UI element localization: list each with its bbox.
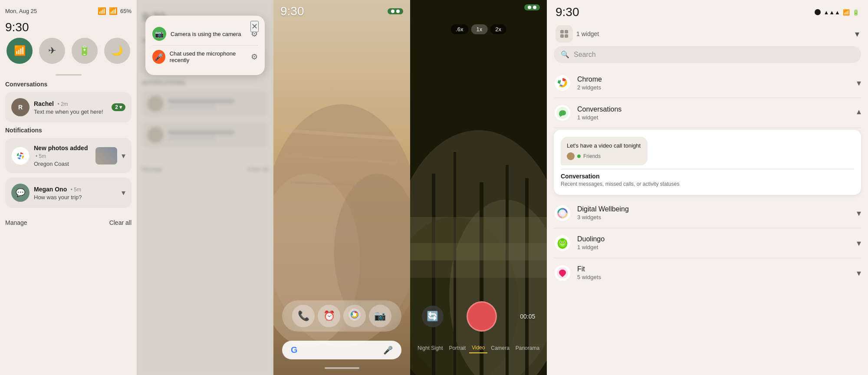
status-icons: 📶 📶 65% [98, 7, 132, 15]
conversations-name: Conversations [577, 105, 857, 113]
night-sight-mode[interactable]: Night Sight [415, 343, 446, 353]
panorama-mode[interactable]: Panorama [513, 343, 542, 353]
duolingo-widget-info: Duolingo 1 widget [577, 235, 857, 250]
phone-dock-icon[interactable]: 📞 [292, 305, 315, 327]
shutter-button[interactable] [467, 301, 497, 332]
expand-widget-icon[interactable]: ▾ [855, 29, 859, 39]
notification-actions: Manage Clear all [5, 219, 132, 226]
home-gesture-indicator [325, 367, 359, 369]
widget-picker-panel: 9:30 ▲▲▲ 📶 🔋 1 widget ▾ [547, 0, 868, 375]
online-dot [577, 155, 581, 158]
home-status-bar: 9:30 [280, 4, 403, 18]
portrait-mode[interactable]: Portrait [446, 343, 468, 353]
search-placeholder: Search [574, 51, 854, 59]
home-search-bar[interactable]: G 🎤 [282, 341, 401, 359]
widget-picker-header: 9:30 ▲▲▲ 📶 🔋 [547, 0, 868, 23]
duolingo-widget-item[interactable]: Duolingo 1 widget ▾ [554, 228, 861, 258]
battery-saver-icon: 🔋 [79, 45, 90, 56]
camera-status-bar [417, 4, 540, 10]
conversations-widget-item[interactable]: Conversations 1 widget ▾ [554, 98, 861, 128]
expand-megan-button[interactable]: ▾ [122, 188, 125, 197]
video-mode[interactable]: Video [469, 343, 487, 353]
svg-point-41 [564, 242, 565, 243]
wellbeing-expand-chevron[interactable]: ▾ [857, 208, 861, 218]
wellbeing-widget-item[interactable]: Digital Wellbeing 3 widgets ▾ [554, 198, 861, 228]
conversation-bubble: Let's have a video call tonight Friends [561, 137, 648, 165]
photos-subtitle: Oregon Coast [34, 161, 91, 167]
airplane-tile[interactable]: ✈ [39, 38, 65, 64]
camera-mode[interactable]: Camera [488, 343, 512, 353]
google-g-logo: G [291, 345, 298, 355]
conversations-count: 1 widget [577, 114, 857, 121]
rachel-avatar-initial: R [18, 104, 23, 111]
google-photos-avatar [11, 147, 30, 165]
notifications-section-title: Notifications [5, 127, 132, 134]
widget-search-bar[interactable]: 🔍 Search [554, 46, 861, 63]
friend-name: Friends [583, 153, 601, 159]
conversations-expand-chevron[interactable]: ▾ [857, 108, 861, 118]
clear-all-button[interactable]: Clear all [109, 219, 132, 226]
duolingo-count: 1 widget [577, 244, 857, 250]
cam-status-spacer [417, 4, 434, 10]
widget-search-container: 1 widget ▾ 🔍 Search [547, 23, 868, 68]
close-permission-button[interactable]: ✕ [250, 21, 259, 32]
rachel-message: Text me when you get here! [34, 109, 107, 115]
rachel-conversation-card[interactable]: R Rachel • 2m Text me when you get here!… [5, 92, 132, 122]
chrome-dock-icon[interactable] [343, 305, 366, 327]
signal-bars: ▲▲▲ [823, 9, 840, 16]
fit-app-icon [554, 264, 571, 282]
chat-permission-item[interactable]: 🎤 Chat used the microphone recently ⚙ [152, 45, 258, 68]
zoom-1x[interactable]: 1x [471, 24, 487, 34]
zoom-0.6x[interactable]: .6x [450, 24, 468, 34]
svg-rect-23 [565, 30, 568, 33]
camera-panel: .6x 1x 2x 🔄 00:05 Night Sight Portrait V… [410, 0, 547, 375]
zoom-2x[interactable]: 2x [490, 24, 506, 34]
megan-name: Megan Ono [34, 186, 67, 193]
notification-panel: Mon, Aug 25 📶 📶 65% 9:30 📶 ✈ 🔋 🌙 Convers… [0, 0, 137, 375]
flip-icon: 🔄 [427, 311, 438, 322]
photos-time: • 5m [36, 153, 46, 159]
fit-expand-chevron[interactable]: ▾ [857, 268, 861, 278]
photos-app-name: New photos added [34, 145, 88, 151]
indicator-dot2 [396, 10, 400, 13]
duolingo-expand-chevron[interactable]: ▾ [857, 238, 861, 248]
rachel-avatar: R [11, 98, 30, 116]
dark-mode-tile[interactable]: 🌙 [104, 38, 130, 64]
flip-camera-button[interactable]: 🔄 [422, 306, 444, 327]
wifi-tile[interactable]: 📶 [7, 38, 33, 64]
signal-icon: 📶 [109, 7, 118, 15]
chrome-name: Chrome [577, 76, 857, 83]
chrome-expand-chevron[interactable]: ▾ [857, 78, 861, 88]
camera-dock-icon[interactable]: 📷 [369, 305, 391, 327]
date-display: Mon, Aug 25 [5, 8, 37, 14]
svg-rect-24 [560, 34, 564, 38]
recording-timer: 00:05 [520, 313, 535, 320]
clock-dock-icon[interactable]: ⏰ [318, 305, 340, 327]
bubble-text: Let's have a video call tonight [567, 142, 641, 150]
home-status-icons [388, 8, 403, 14]
svg-point-29 [560, 81, 565, 85]
chat-settings-icon[interactable]: ⚙ [251, 52, 258, 62]
megan-notification[interactable]: 💬 Megan Ono • 5m How was your trip? ▾ [5, 178, 132, 208]
microphone-icon[interactable]: 🎤 [383, 345, 393, 355]
svg-point-0 [20, 155, 22, 157]
rachel-badge[interactable]: 2 ▾ [112, 103, 125, 111]
expand-photos-button[interactable]: ▾ [122, 151, 125, 161]
chat-permission-icon: 🎤 [152, 50, 165, 64]
camera-controls: 🔄 00:05 [410, 301, 547, 332]
home-dock: 📞 ⏰ 📷 [282, 300, 401, 332]
clock-icon: ⏰ [323, 310, 335, 322]
camera-permission-item[interactable]: 📷 Camera is using the camera ⚙ [152, 23, 258, 45]
google-photos-notification[interactable]: New photos added • 5m Oregon Coast ▾ [5, 138, 132, 173]
fit-widget-info: Fit 5 widgets [577, 265, 857, 280]
fit-widget-item[interactable]: Fit 5 widgets ▾ [554, 258, 861, 288]
chrome-widget-item[interactable]: Chrome 2 widgets ▾ [554, 68, 861, 98]
megan-avatar: 💬 [11, 184, 30, 202]
camera-permission-icon: 📷 [152, 27, 166, 41]
widget-time-display: 9:30 [556, 5, 579, 19]
photos-notification-content: New photos added • 5m Oregon Coast [34, 144, 91, 167]
battery-saver-tile[interactable]: 🔋 [72, 38, 98, 64]
megan-message: How was your trip? [34, 194, 117, 201]
manage-button[interactable]: Manage [5, 219, 27, 226]
time-display: 9:30 [5, 20, 132, 34]
